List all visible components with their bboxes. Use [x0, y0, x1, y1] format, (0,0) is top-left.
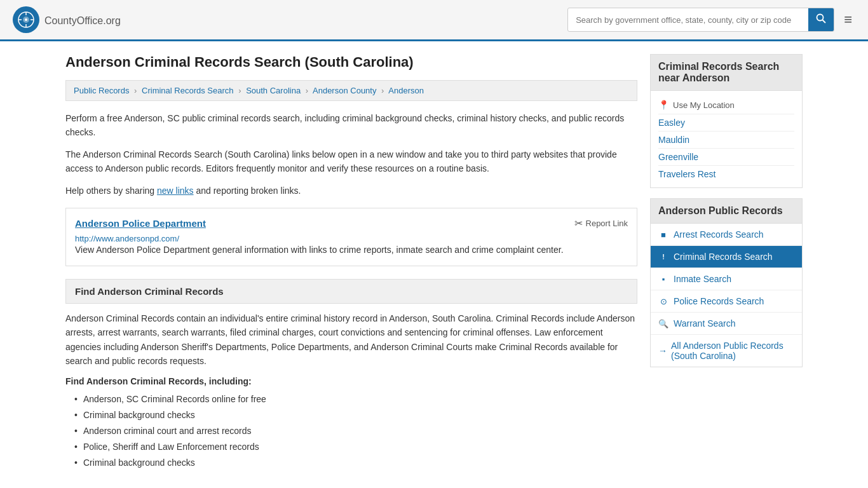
find-list-title: Find Anderson Criminal Records, includin… — [65, 376, 637, 386]
svg-point-2 — [25, 18, 27, 21]
nearby-link-easley[interactable]: Easley — [658, 114, 794, 132]
warrant-icon: 🔍 — [658, 318, 668, 329]
sidebar-all-link[interactable]: → All Anderson Public Records (South Car… — [651, 335, 802, 367]
resource-card: Anderson Police Department ✂ Report Link… — [65, 208, 637, 266]
breadcrumb-link-public-records[interactable]: Public Records — [74, 86, 129, 95]
resource-desc: View Anderson Police Department general … — [75, 243, 628, 257]
nearby-link-greenville[interactable]: Greenville — [658, 149, 794, 166]
list-item: Anderson criminal court and arrest recor… — [74, 423, 637, 439]
svg-point-7 — [817, 15, 824, 21]
find-list: Anderson, SC Criminal Records online for… — [65, 391, 637, 471]
find-section-title: Find Anderson Criminal Records — [75, 286, 628, 297]
sidebar-records-title: Anderson Public Records — [650, 198, 803, 224]
logo-icon — [13, 6, 39, 33]
menu-icon[interactable]: ≡ — [841, 8, 855, 31]
report-link[interactable]: ✂ Report Link — [574, 217, 628, 229]
sidebar-records: ■ Arrest Records Search ! Criminal Recor… — [650, 224, 803, 367]
nearby-link-mauldin[interactable]: Mauldin — [658, 132, 794, 149]
header: CountyOffice.org ≡ — [0, 0, 868, 41]
arrow-icon: → — [658, 346, 667, 356]
list-item: Criminal background checks — [74, 407, 637, 423]
search-input[interactable] — [568, 10, 808, 30]
sidebar-nearby: 📍 Use My Location Easley Mauldin Greenvi… — [650, 91, 803, 188]
criminal-icon: ! — [658, 252, 668, 262]
resource-header: Anderson Police Department ✂ Report Link — [75, 217, 628, 229]
list-item: Police, Sheriff and Law Enforcement reco… — [74, 439, 637, 455]
sidebar-record-arrest[interactable]: ■ Arrest Records Search — [651, 224, 802, 246]
use-location[interactable]: 📍 Use My Location — [658, 96, 794, 114]
description-para2: The Anderson Criminal Records Search (So… — [65, 147, 637, 176]
new-links-link[interactable]: new links — [157, 186, 194, 196]
sidebar: Criminal Records Search near Anderson 📍 … — [650, 54, 803, 471]
list-item: Anderson, SC Criminal Records online for… — [74, 391, 637, 407]
list-item: Criminal background checks — [74, 455, 637, 471]
police-icon: ⊙ — [658, 296, 668, 306]
content-area: Anderson Criminal Records Search (South … — [65, 54, 637, 471]
sidebar-record-criminal[interactable]: ! Criminal Records Search — [651, 246, 802, 268]
nearby-link-travelers-rest[interactable]: Travelers Rest — [658, 166, 794, 182]
breadcrumb-link-anderson[interactable]: Anderson — [388, 86, 424, 95]
logo-area: CountyOffice.org — [13, 6, 121, 33]
page-title: Anderson Criminal Records Search (South … — [65, 54, 637, 71]
description-para1: Perform a free Anderson, SC public crimi… — [65, 111, 637, 140]
breadcrumb: Public Records › Criminal Records Search… — [65, 80, 637, 101]
svg-line-8 — [823, 20, 826, 24]
sidebar-record-police[interactable]: ⊙ Police Records Search — [651, 290, 802, 313]
description-para3: Help others by sharing new links and rep… — [65, 184, 637, 198]
header-right: ≡ — [567, 8, 855, 32]
sidebar-record-inmate[interactable]: ▪ Inmate Search — [651, 268, 802, 290]
location-icon: 📍 — [658, 100, 669, 110]
logo-text: CountyOffice.org — [44, 13, 121, 27]
main-container: Anderson Criminal Records Search (South … — [53, 41, 815, 484]
inmate-icon: ▪ — [658, 274, 668, 284]
find-section-header: Find Anderson Criminal Records — [65, 279, 637, 304]
breadcrumb-link-criminal[interactable]: Criminal Records Search — [142, 86, 234, 95]
find-section-body: Anderson Criminal Records contain an ind… — [65, 311, 637, 369]
breadcrumb-link-sc[interactable]: South Carolina — [246, 86, 301, 95]
sidebar-record-warrant[interactable]: 🔍 Warrant Search — [651, 313, 802, 335]
search-bar — [567, 8, 834, 32]
resource-title-link[interactable]: Anderson Police Department — [75, 218, 206, 229]
search-button[interactable] — [808, 8, 834, 31]
resource-url[interactable]: http://www.andersonpd.com/ — [75, 234, 179, 243]
sidebar-nearby-title: Criminal Records Search near Anderson — [650, 54, 803, 91]
arrest-icon: ■ — [658, 229, 668, 240]
breadcrumb-link-county[interactable]: Anderson County — [313, 86, 376, 95]
